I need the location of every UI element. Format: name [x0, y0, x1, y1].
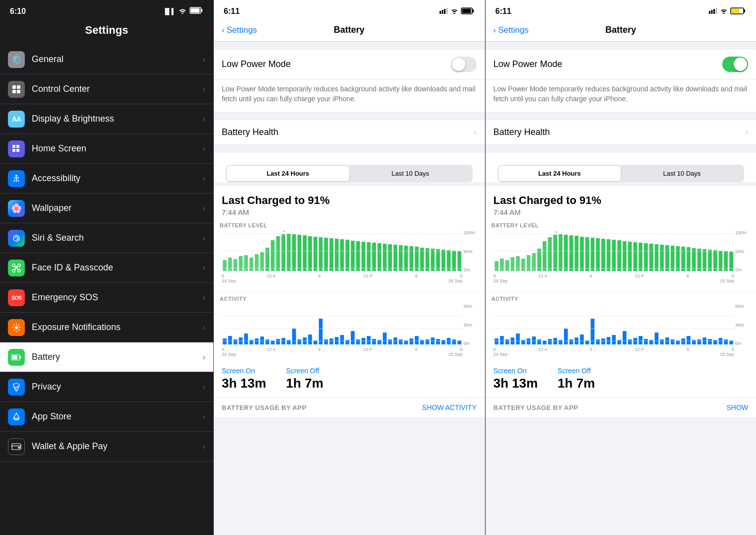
battery-health-row-mid[interactable]: Battery Health › — [214, 120, 485, 145]
low-power-desc-off: Low Power Mode temporarily reduces backg… — [214, 79, 485, 112]
charge-info-right: Last Charged to 91% 7:44 AM — [486, 186, 756, 218]
siri-label: Siri & Search — [32, 233, 199, 243]
svg-rect-101 — [329, 338, 333, 344]
svg-rect-64 — [388, 244, 392, 271]
sidebar-item-wallet[interactable]: Wallet & Apple Pay › — [0, 432, 213, 462]
svg-rect-76 — [452, 251, 456, 271]
sidebar-item-privacy[interactable]: Privacy › — [0, 372, 213, 402]
svg-rect-15 — [12, 269, 15, 272]
screen-time-right: Screen On 3h 13m Screen Off 1h 7m — [486, 365, 756, 397]
tab-10d-mid[interactable]: Last 10 Days — [349, 166, 472, 181]
ems-chevron: › — [203, 293, 205, 302]
control-center-label: Control Center — [32, 84, 199, 94]
usage-label-right: BATTERY USAGE BY APP — [494, 404, 578, 411]
sidebar-item-general[interactable]: ⚙️ General › — [0, 45, 213, 74]
charge-time-right: 7:44 AM — [494, 208, 749, 216]
sidebar-item-faceid[interactable]: Face ID & Passcode › — [0, 253, 213, 283]
wal-chevron: › — [203, 442, 205, 451]
screen-on-right: Screen On 3h 13m — [494, 367, 538, 391]
svg-rect-56 — [345, 240, 349, 271]
svg-rect-83 — [234, 339, 238, 344]
svg-rect-138 — [505, 260, 509, 271]
svg-rect-48 — [303, 235, 307, 271]
svg-rect-160 — [617, 240, 621, 271]
sidebar-item-control-center[interactable]: Control Center › — [0, 74, 213, 104]
tab-24h-right[interactable]: Last 24 Hours — [499, 166, 621, 181]
low-power-section-on: Low Power Mode Low Power Mode temporaril… — [486, 50, 756, 112]
svg-rect-158 — [606, 239, 610, 271]
sidebar-item-home-screen[interactable]: Home Screen › — [0, 134, 213, 164]
svg-rect-141 — [521, 259, 525, 271]
display-chevron: › — [203, 115, 205, 124]
svg-rect-187 — [505, 339, 509, 344]
emergency-icon: SOS — [8, 289, 25, 306]
battery-chart-container-mid: + — [220, 230, 479, 272]
right-back-label: Settings — [498, 25, 528, 35]
svg-rect-220 — [681, 338, 685, 344]
svg-rect-185 — [495, 338, 499, 344]
low-power-toggle-off[interactable] — [451, 57, 477, 72]
svg-rect-93 — [287, 340, 291, 344]
sidebar-item-accessibility[interactable]: Accessibility › — [0, 164, 213, 194]
activity-chart-container-right: 60m 30m 0m — [492, 304, 751, 346]
svg-rect-99 — [319, 319, 323, 344]
svg-rect-2 — [191, 8, 200, 13]
svg-rect-116 — [409, 338, 413, 344]
low-power-section-off: Low Power Mode Low Power Mode temporaril… — [214, 50, 485, 112]
battery-health-row-right[interactable]: Battery Health › — [486, 120, 756, 145]
sidebar-item-battery[interactable]: Battery › — [0, 342, 213, 372]
y-50-mid: 50% — [464, 249, 478, 254]
svg-rect-170 — [670, 246, 674, 271]
svg-rect-92 — [281, 338, 285, 344]
low-power-row-off: Low Power Mode — [214, 50, 485, 79]
right-back-button[interactable]: ‹ Settings — [494, 25, 529, 35]
show-activity-right[interactable]: SHOW — [726, 403, 748, 411]
sidebar-item-appstore[interactable]: App Store › — [0, 402, 213, 432]
svg-rect-28 — [446, 8, 447, 14]
low-power-row-on: Low Power Mode — [486, 50, 756, 79]
svg-rect-51 — [319, 237, 323, 271]
svg-rect-31 — [462, 8, 471, 13]
svg-text:+: + — [282, 230, 286, 234]
sidebar-item-wallpaper[interactable]: 🌸 Wallpaper › — [0, 194, 213, 223]
battery-level-svg-right: + — [492, 230, 736, 272]
cc-chevron: › — [203, 85, 205, 94]
activity-section-mid: ACTIVITY — [214, 292, 485, 365]
svg-rect-108 — [367, 336, 371, 344]
svg-rect-197 — [559, 340, 563, 344]
x-dates-act-mid: 24 Sep 25 Sep — [220, 352, 479, 359]
svg-rect-105 — [351, 331, 355, 344]
privacy-label: Privacy — [32, 382, 199, 392]
low-power-toggle-on[interactable] — [722, 57, 748, 72]
svg-rect-32 — [223, 260, 227, 271]
middle-back-button[interactable]: ‹ Settings — [222, 25, 257, 35]
x-dates-mid: 24 Sep 25 Sep — [220, 278, 479, 285]
svg-rect-172 — [681, 247, 685, 271]
sidebar-item-exposure[interactable]: Exposure Notifications › — [0, 313, 213, 342]
screen-off-label-mid: Screen Off — [286, 367, 323, 375]
sidebar-item-display[interactable]: AA Display & Brightness › — [0, 104, 213, 134]
sidebar-item-emergency[interactable]: SOS Emergency SOS › — [0, 283, 213, 313]
toggle-knob-off — [452, 58, 465, 71]
svg-rect-139 — [510, 257, 514, 271]
sidebar-item-siri[interactable]: Siri & Search › — [0, 223, 213, 253]
right-battery-icon — [730, 7, 746, 16]
svg-rect-119 — [426, 339, 430, 344]
tab-10d-right[interactable]: Last 10 Days — [621, 166, 743, 181]
svg-rect-123 — [447, 338, 451, 344]
svg-point-11 — [15, 175, 17, 177]
mid-wifi-icon — [450, 8, 458, 15]
show-activity-mid[interactable]: SHOW ACTIVITY — [422, 403, 477, 411]
svg-rect-60 — [367, 242, 371, 271]
svg-rect-179 — [718, 251, 722, 271]
svg-rect-218 — [670, 339, 674, 344]
svg-rect-151 — [569, 235, 573, 271]
wallpaper-label: Wallpaper — [32, 203, 199, 213]
activity-svg-right — [492, 304, 736, 346]
svg-rect-226 — [713, 340, 717, 344]
tab-24h-mid[interactable]: Last 24 Hours — [227, 166, 349, 181]
svg-rect-81 — [223, 338, 227, 344]
svg-rect-55 — [340, 239, 344, 271]
priv-chevron: › — [203, 383, 205, 392]
low-power-label-off: Low Power Mode — [222, 59, 291, 69]
